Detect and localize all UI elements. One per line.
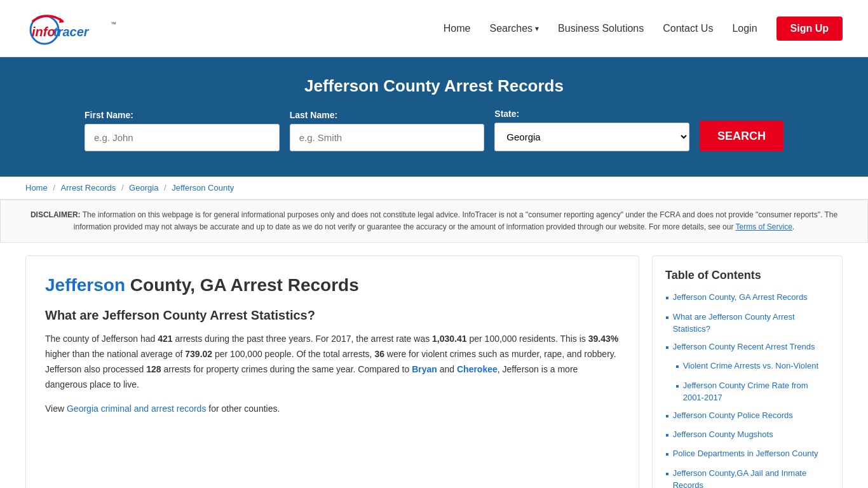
content-area: Jefferson County, GA Arrest Records What… <box>25 255 639 488</box>
disclaimer-tos-link[interactable]: Terms of Service <box>736 222 792 231</box>
toc-item: ▪Jefferson County Recent Arrest Trends <box>665 341 829 355</box>
toc-link-6[interactable]: Jefferson County Mugshots <box>673 428 773 441</box>
main-container: Jefferson County, GA Arrest Records What… <box>0 243 868 488</box>
breadcrumb-home[interactable]: Home <box>25 183 48 193</box>
content-title-rest: County, GA Arrest Records <box>125 275 359 295</box>
breadcrumb-sep1: / <box>53 183 57 193</box>
para1-mid2: per 100,000 residents. This is <box>467 334 588 344</box>
para2-end: for other counties. <box>206 403 280 414</box>
nav-login[interactable]: Login <box>732 23 757 34</box>
first-name-group: First Name: <box>85 110 280 151</box>
last-name-input[interactable] <box>290 124 485 151</box>
toc-link-1[interactable]: What are Jefferson County Arrest Statist… <box>673 311 829 336</box>
disclaimer-text: The information on this webpage is for g… <box>74 210 837 231</box>
arrest-rate: 1,030.41 <box>432 334 467 344</box>
disclaimer-box: DISCLAIMER: The information on this webp… <box>0 200 868 243</box>
toc-bullet-icon: ▪ <box>675 360 679 374</box>
toc-bullet-icon: ▪ <box>665 467 669 481</box>
toc-item: ▪Jefferson County,GA Jail and Inmate Rec… <box>665 467 829 488</box>
nav-business[interactable]: Business Solutions <box>558 23 644 34</box>
toc-item: ▪Jefferson County Mugshots <box>665 428 829 442</box>
search-form: First Name: Last Name: State: Georgia Al… <box>85 109 783 151</box>
hero-section: Jefferson County Arrest Records First Na… <box>0 57 868 177</box>
svg-text:tracer: tracer <box>53 25 90 39</box>
toc-bullet-icon: ▪ <box>665 291 669 305</box>
nav-signup[interactable]: Sign Up <box>776 17 843 41</box>
breadcrumb-jefferson-county[interactable]: Jefferson County <box>172 183 234 193</box>
national-avg: 739.02 <box>185 349 212 359</box>
toc-link-3[interactable]: Violent Crime Arrests vs. Non-Violent <box>683 360 818 372</box>
toc-bullet-icon: ▪ <box>665 447 669 461</box>
logo[interactable]: info tracer ™ <box>25 10 153 48</box>
breadcrumb: Home / Arrest Records / Georgia / Jeffer… <box>0 177 868 200</box>
toc-item: ▪Police Departments in Jefferson County <box>665 447 829 461</box>
breadcrumb-sep3: / <box>164 183 168 193</box>
toc-item: ▪Jefferson County Police Records <box>665 409 829 423</box>
toc-list: ▪Jefferson County, GA Arrest Records▪Wha… <box>665 291 829 488</box>
nav-searches-link[interactable]: Searches <box>489 23 532 34</box>
para1-mid6: arrests for property crimes during the s… <box>161 364 412 374</box>
svg-text:™: ™ <box>111 21 116 27</box>
search-button[interactable]: SEARCH <box>700 121 783 151</box>
disclaimer-label: DISCLAIMER: <box>31 210 81 219</box>
toc-box: Table of Contents ▪Jefferson County, GA … <box>652 255 843 488</box>
logo-svg: info tracer ™ <box>25 10 153 48</box>
breadcrumb-sep2: / <box>121 183 126 193</box>
last-name-group: Last Name: <box>290 110 485 151</box>
violent-count: 36 <box>374 349 384 359</box>
higher-pct: 39.43% <box>588 334 618 344</box>
arrests-count: 421 <box>158 334 172 344</box>
nav-contact[interactable]: Contact Us <box>663 23 713 34</box>
para1-mid4: per 100,000 people. Of the total arrests… <box>212 349 374 359</box>
toc-link-5[interactable]: Jefferson County Police Records <box>673 409 793 422</box>
state-group: State: Georgia Alabama Alaska Arizona Ar… <box>494 109 689 151</box>
para1-mid1: arrests during the past three years. For… <box>173 334 433 344</box>
and-text: and <box>437 364 457 374</box>
nav-searches[interactable]: Searches ▾ <box>489 23 539 34</box>
state-select[interactable]: Georgia Alabama Alaska Arizona Arkansas … <box>494 123 689 151</box>
header: info tracer ™ Home Searches ▾ Business S… <box>0 0 868 57</box>
toc-link-4[interactable]: Jefferson County Crime Rate from 2001-20… <box>683 379 829 404</box>
hero-title: Jefferson County Arrest Records <box>25 76 843 96</box>
first-name-input[interactable] <box>85 124 280 151</box>
breadcrumb-georgia[interactable]: Georgia <box>129 183 158 193</box>
ga-records-paragraph: View Georgia criminal and arrest records… <box>45 402 620 417</box>
ga-link[interactable]: Georgia criminal and arrest records <box>67 403 206 414</box>
breadcrumb-arrest-records[interactable]: Arrest Records <box>61 183 116 193</box>
toc-link-2[interactable]: Jefferson County Recent Arrest Trends <box>673 341 815 353</box>
toc-heading: Table of Contents <box>665 269 829 282</box>
bryan-link: Bryan <box>412 364 437 374</box>
para2-pre: View <box>45 403 67 414</box>
toc-bullet-icon: ▪ <box>665 311 669 325</box>
content-title-blue: Jefferson <box>45 275 125 295</box>
toc-bullet-icon: ▪ <box>665 428 669 442</box>
disclaimer-end: . <box>792 222 794 231</box>
toc-link-7[interactable]: Police Departments in Jefferson County <box>673 447 818 460</box>
last-name-label: Last Name: <box>290 110 485 120</box>
stats-heading: What are Jefferson County Arrest Statist… <box>45 308 620 323</box>
state-label: State: <box>494 109 689 119</box>
stats-paragraph: The county of Jefferson had 421 arrests … <box>45 332 620 392</box>
toc-link-8[interactable]: Jefferson County,GA Jail and Inmate Reco… <box>673 467 829 488</box>
toc-bullet-icon: ▪ <box>675 379 679 393</box>
property-count: 128 <box>146 364 161 374</box>
main-nav: Home Searches ▾ Business Solutions Conta… <box>444 17 843 41</box>
nav-home[interactable]: Home <box>444 23 471 34</box>
cherokee-link: Cherokee <box>457 364 498 374</box>
toc-item: ▪Violent Crime Arrests vs. Non-Violent <box>665 360 829 374</box>
toc-link-0[interactable]: Jefferson County, GA Arrest Records <box>673 291 808 304</box>
toc-bullet-icon: ▪ <box>665 341 669 355</box>
toc-item: ▪Jefferson County, GA Arrest Records <box>665 291 829 305</box>
para1-pre: The county of Jefferson had <box>45 334 158 344</box>
toc-item: ▪What are Jefferson County Arrest Statis… <box>665 311 829 336</box>
first-name-label: First Name: <box>85 110 280 120</box>
toc-bullet-icon: ▪ <box>665 409 669 423</box>
para1-mid3: higher than the national average of <box>45 349 185 359</box>
content-title: Jefferson County, GA Arrest Records <box>45 275 620 295</box>
chevron-down-icon: ▾ <box>535 24 539 33</box>
sidebar: Table of Contents ▪Jefferson County, GA … <box>652 255 843 488</box>
svg-text:info: info <box>32 25 55 39</box>
toc-item: ▪Jefferson County Crime Rate from 2001-2… <box>665 379 829 404</box>
